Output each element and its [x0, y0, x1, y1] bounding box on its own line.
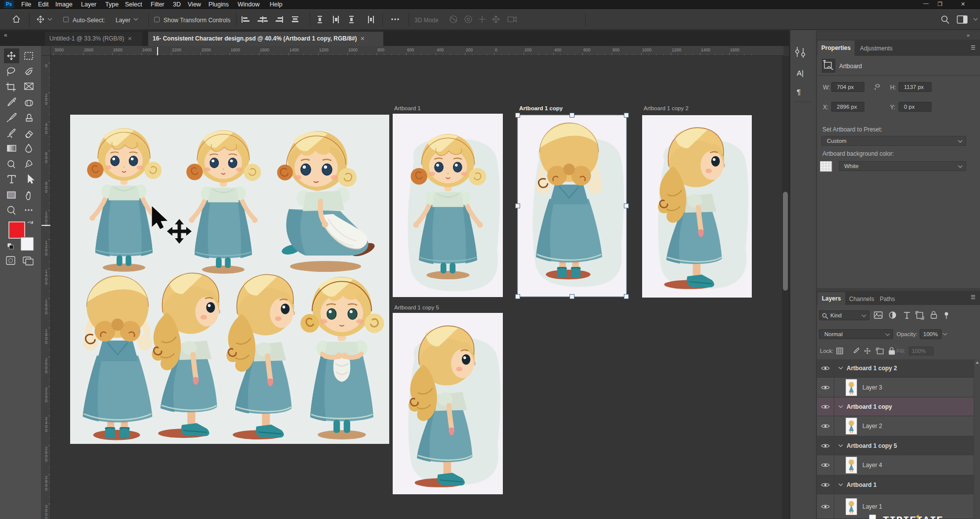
- svg-text:Artboard 1 copy 5: Artboard 1 copy 5: [394, 304, 439, 310]
- svg-text:Artboard 1 copy 2: Artboard 1 copy 2: [644, 105, 689, 111]
- svg-text:Artboard 1 copy: Artboard 1 copy: [519, 105, 563, 111]
- svg-text:Artboard 1: Artboard 1: [394, 105, 421, 111]
